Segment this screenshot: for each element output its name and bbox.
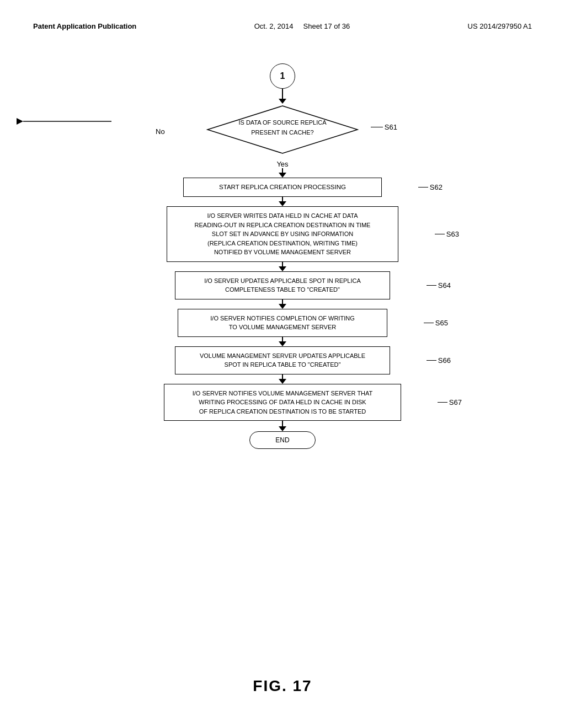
label-s65: S65 (424, 319, 448, 327)
svg-text:PRESENT IN CACHE?: PRESENT IN CACHE? (251, 129, 314, 136)
box-s62: START REPLICA CREATION PROCESSING (183, 178, 382, 197)
connector-line (282, 337, 283, 341)
connector-line (282, 89, 283, 99)
svg-marker-4 (17, 118, 23, 125)
arrow-s62 (279, 173, 286, 178)
start-node: 1 (270, 63, 295, 89)
box-s65: I/O SERVER NOTIFIES COMPLETION OF WRITIN… (178, 309, 387, 337)
end-box: END (249, 431, 316, 449)
figure-caption: FIG. 17 (253, 677, 312, 695)
arrow-s67 (279, 379, 286, 384)
svg-text:IS DATA OF SOURCE REPLICA: IS DATA OF SOURCE REPLICA (238, 119, 327, 126)
flowchart: 1 IS DATA OF SOURCE REPLICA PRESENT IN C… (128, 63, 437, 449)
step-s62: START REPLICA CREATION PROCESSING S62 (183, 178, 382, 197)
label-s67: S67 (438, 398, 462, 406)
yes-label: Yes (276, 160, 288, 168)
connector-line (282, 262, 283, 266)
start-circle: 1 (270, 63, 295, 89)
header-right: US 2014/297950 A1 (468, 22, 532, 30)
page-header: Patent Application Publication Oct. 2, 2… (33, 22, 532, 30)
no-label: No (156, 127, 165, 135)
no-branch-arrow (111, 121, 117, 127)
connector-line (282, 374, 283, 379)
arrow-s66 (279, 341, 286, 346)
step-s64: I/O SERVER UPDATES APPLICABLE SPOT IN RE… (175, 271, 390, 299)
label-s64: S64 (427, 281, 451, 290)
diamond-shape: IS DATA OF SOURCE REPLICA PRESENT IN CAC… (205, 104, 360, 156)
step-s67: I/O SERVER NOTIFIES VOLUME MANAGEMENT SE… (164, 384, 401, 421)
box-s67: I/O SERVER NOTIFIES VOLUME MANAGEMENT SE… (164, 384, 401, 421)
connector-line (282, 168, 283, 173)
arrow-down (279, 99, 286, 104)
box-s64: I/O SERVER UPDATES APPLICABLE SPOT IN RE… (175, 271, 390, 299)
label-s66: S66 (427, 356, 451, 365)
connector-line (282, 299, 283, 304)
box-s66: VOLUME MANAGEMENT SERVER UPDATES APPLICA… (175, 346, 390, 374)
label-s63: S63 (435, 230, 459, 238)
step-s63: I/O SERVER WRITES DATA HELD IN CACHE AT … (167, 206, 398, 262)
box-s63: I/O SERVER WRITES DATA HELD IN CACHE AT … (167, 206, 398, 262)
arrow-s63 (279, 201, 286, 206)
arrow-s65 (279, 304, 286, 309)
arrow-end (279, 426, 286, 431)
header-left: Patent Application Publication (33, 22, 136, 30)
step-s65: I/O SERVER NOTIFIES COMPLETION OF WRITIN… (178, 309, 387, 337)
end-node: END (249, 431, 316, 449)
connector-line (282, 197, 283, 201)
decision-s61: IS DATA OF SOURCE REPLICA PRESENT IN CAC… (205, 104, 360, 158)
header-date: Oct. 2, 2014 Sheet 17 of 36 (254, 22, 350, 30)
page: Patent Application Publication Oct. 2, 2… (0, 0, 565, 728)
arrow-s64 (279, 266, 286, 271)
step-s66: VOLUME MANAGEMENT SERVER UPDATES APPLICA… (175, 346, 390, 374)
label-s61: S61 (371, 123, 397, 131)
connector-line (282, 421, 283, 426)
label-s62: S62 (418, 183, 443, 191)
